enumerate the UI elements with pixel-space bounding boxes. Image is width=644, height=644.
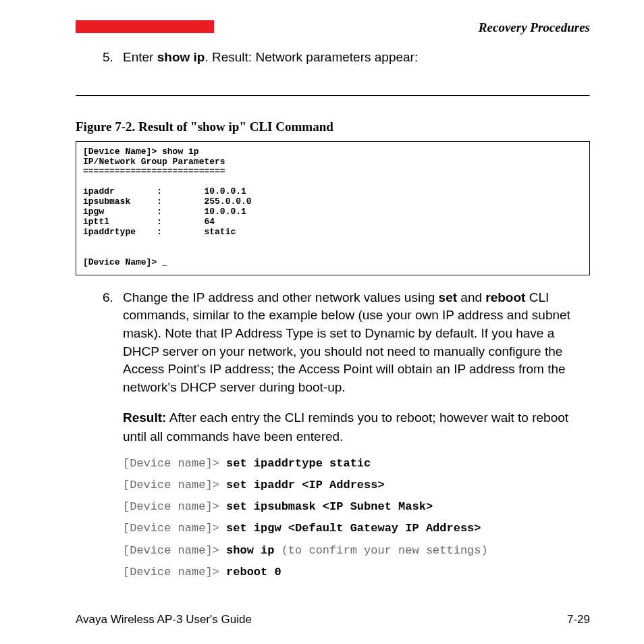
cmd-6: reboot 0: [226, 566, 281, 579]
step-5-suffix: . Result: Network parameters appear:: [205, 50, 418, 64]
result-text: After each entry the CLI reminds you to …: [123, 410, 568, 444]
header-section-title: Recovery Procedures: [479, 20, 590, 35]
divider-above-figure: [76, 95, 590, 97]
cli-output-box: [Device Name]> show ip IP/Network Group …: [76, 141, 590, 275]
step-6-seg1: Change the IP address and other network …: [123, 290, 439, 304]
cmd-5-suffix: (to confirm your new settings): [274, 544, 487, 557]
step-6-bold-set: set: [439, 290, 457, 304]
header-accent-block: [76, 20, 214, 33]
cmd-5: show ip: [226, 544, 274, 557]
cli-param-ipaddr: ipaddr : 10.0.0.1: [83, 186, 246, 196]
footer-doc-title: Avaya Wireless AP-3 User's Guide: [76, 613, 252, 626]
cmd-row-2: [Device name]> set ipaddr <IP Address>: [123, 475, 590, 496]
cmd-2: set ipaddr <IP Address>: [226, 479, 385, 491]
step-6-seg2: and: [457, 290, 485, 304]
cmd-4: set ipgw <Default Gateway IP Address>: [226, 522, 481, 535]
page-header: Recovery Procedures: [76, 20, 590, 35]
cli-line-3: ===========================: [83, 166, 225, 176]
cmd-prompt-4: [Device name]>: [123, 522, 226, 535]
cmd-row-6: [Device name]> reboot 0: [123, 562, 590, 583]
step-5-number: 5.: [103, 49, 123, 67]
result-block: Result: After each entry the CLI reminds…: [123, 408, 590, 446]
cli-param-ipsubmask: ipsubmask : 255.0.0.0: [83, 196, 252, 207]
cmd-prompt-3: [Device name]>: [123, 500, 226, 513]
page-footer: Avaya Wireless AP-3 User's Guide 7-29: [76, 613, 590, 626]
cli-param-ipgw: ipgw : 10.0.0.1: [83, 207, 246, 217]
cmd-prompt-2: [Device name]>: [123, 479, 226, 491]
step-6-number: 6.: [103, 289, 123, 397]
step-5-body: Enter show ip. Result: Network parameter…: [123, 49, 590, 67]
footer-page-number: 7-29: [567, 613, 590, 626]
step-5-prefix: Enter: [123, 50, 157, 64]
step-5-command: show ip: [157, 50, 205, 64]
cli-line-2: IP/Network Group Parameters: [83, 157, 225, 167]
cmd-prompt-6: [Device name]>: [123, 566, 226, 579]
cli-param-ipttl: ipttl : 64: [83, 217, 215, 227]
cmd-3: set ipsubmask <IP Subnet Mask>: [226, 500, 433, 513]
document-page: Recovery Procedures 5. Enter show ip. Re…: [0, 0, 644, 644]
step-6-bold-reboot: reboot: [485, 290, 525, 304]
cmd-row-5: [Device name]> show ip (to confirm your …: [123, 540, 590, 562]
result-label: Result:: [123, 410, 166, 425]
cmd-row-3: [Device name]> set ipsubmask <IP Subnet …: [123, 496, 590, 518]
cmd-prompt-5: [Device name]>: [123, 544, 226, 557]
cmd-row-1: [Device name]> set ipaddrtype static: [123, 453, 590, 475]
cli-param-ipaddrtype: ipaddrtype : static: [83, 227, 236, 237]
step-6-seg3: CLI commands, similar to the example bel…: [123, 290, 570, 394]
cmd-row-4: [Device name]> set ipgw <Default Gateway…: [123, 518, 590, 539]
figure-caption: Figure 7-2. Result of "show ip" CLI Comm…: [76, 119, 590, 134]
cmd-prompt-1: [Device name]>: [123, 457, 226, 470]
cli-prompt-end: [Device Name]> _: [83, 257, 167, 267]
command-list: [Device name]> set ipaddrtype static [De…: [123, 453, 590, 584]
cmd-1: set ipaddrtype static: [226, 457, 371, 470]
step-6-body: Change the IP address and other network …: [123, 289, 590, 397]
step-6: 6. Change the IP address and other netwo…: [103, 289, 590, 397]
cli-line-1: [Device Name]> show ip: [83, 146, 199, 157]
step-5: 5. Enter show ip. Result: Network parame…: [103, 49, 590, 67]
